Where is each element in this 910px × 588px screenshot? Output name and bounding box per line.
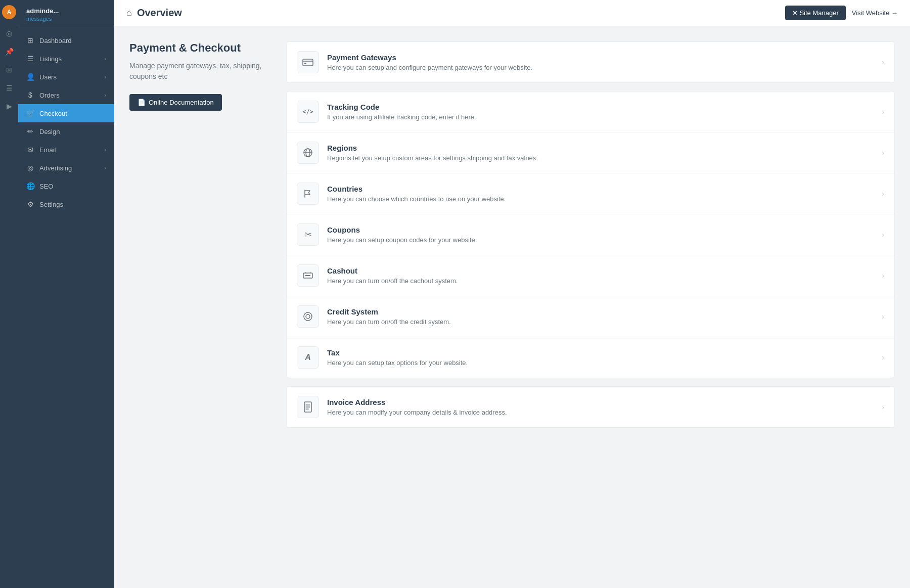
- nav-icon-5[interactable]: ▶: [7, 102, 12, 110]
- chevron-right-icon: ›: [105, 165, 106, 171]
- payment-gateways-title: Payment Gateways: [327, 53, 882, 62]
- sidebar-item-advertising[interactable]: ◎ Advertising ›: [18, 159, 114, 177]
- chevron-right-icon: ›: [882, 149, 884, 157]
- content-area: Payment & Checkout Manage payment gatewa…: [114, 26, 910, 588]
- sidebar-item-checkout[interactable]: 🛒 Checkout: [18, 104, 114, 122]
- sidebar-subtitle[interactable]: messages: [26, 16, 106, 22]
- payment-gateways-item[interactable]: Payment Gateways Here you can setup and …: [287, 42, 894, 82]
- sidebar-username: adminde...: [26, 7, 106, 15]
- chevron-right-icon: ›: [105, 74, 106, 80]
- svg-rect-0: [303, 59, 313, 66]
- sidebar-item-label: SEO: [39, 183, 53, 190]
- sidebar-item-email[interactable]: ✉ Email ›: [18, 141, 114, 159]
- coupons-item[interactable]: ✂ Coupons Here you can setup coupon code…: [287, 214, 894, 255]
- chevron-right-icon: ›: [105, 56, 106, 62]
- coupons-desc: Here you can setup coupon codes for your…: [327, 236, 882, 244]
- seo-icon: 🌐: [26, 182, 34, 190]
- code-icon: </>: [297, 101, 319, 123]
- svg-rect-1: [304, 63, 306, 64]
- email-icon: ✉: [26, 146, 34, 154]
- home-icon[interactable]: ⌂: [126, 8, 132, 18]
- countries-item[interactable]: Countries Here you can choose which coun…: [287, 173, 894, 214]
- advertising-icon: ◎: [26, 164, 34, 172]
- credit-system-item[interactable]: Credit System Here you can turn on/off t…: [287, 296, 894, 337]
- chevron-right-icon: ›: [882, 403, 884, 411]
- countries-text: Countries Here you can choose which coun…: [327, 185, 882, 203]
- settings-icon: ⚙: [26, 200, 34, 208]
- sidebar-item-label: Checkout: [39, 110, 67, 117]
- sidebar-item-dashboard[interactable]: ⊞ Dashboard: [18, 31, 114, 50]
- sidebar-item-label: Settings: [39, 201, 63, 208]
- checkout-options-card: </> Tracking Code If you are using affil…: [286, 91, 895, 378]
- credit-system-icon: [297, 305, 319, 328]
- page-title: Overview: [137, 7, 182, 19]
- regions-desc: Regions let you setup custom areas for s…: [327, 154, 882, 162]
- nav-icon-4[interactable]: ☰: [6, 84, 13, 92]
- sidebar-item-seo[interactable]: 🌐 SEO: [18, 177, 114, 195]
- cashout-item[interactable]: Cashout Here you can turn on/off the cac…: [287, 255, 894, 296]
- sidebar-header: adminde... messages: [18, 0, 114, 27]
- topbar-right: ✕ Site Manager Visit Website →: [785, 6, 898, 20]
- sidebar-item-label: Advertising: [39, 164, 72, 172]
- design-icon: ✏: [26, 127, 34, 135]
- nav-icon-2[interactable]: 📌: [5, 48, 14, 56]
- chevron-right-icon: ›: [882, 353, 884, 361]
- dashboard-icon: ⊞: [26, 36, 34, 44]
- regions-item[interactable]: Regions Regions let you setup custom are…: [287, 132, 894, 173]
- sidebar-item-settings[interactable]: ⚙ Settings: [18, 195, 114, 213]
- nav-icon-3[interactable]: ⊞: [6, 66, 12, 74]
- tracking-code-item[interactable]: </> Tracking Code If you are using affil…: [287, 92, 894, 132]
- credit-system-desc: Here you can turn on/off the credit syst…: [327, 318, 882, 326]
- tax-text: Tax Here you can setup tax options for y…: [327, 348, 882, 367]
- right-panel: Payment Gateways Here you can setup and …: [286, 41, 895, 573]
- coupons-title: Coupons: [327, 225, 882, 234]
- sidebar-item-label: Users: [39, 73, 57, 81]
- btn-docs-label: Online Documentation: [149, 99, 214, 106]
- checkout-icon: 🛒: [26, 109, 34, 117]
- sidebar-item-label: Design: [39, 128, 60, 135]
- document-icon: 📄: [138, 99, 146, 106]
- site-manager-button[interactable]: ✕ Site Manager: [785, 6, 846, 20]
- payment-gateways-text: Payment Gateways Here you can setup and …: [327, 53, 882, 71]
- cashout-title: Cashout: [327, 266, 882, 275]
- topbar: ⌂ Overview ✕ Site Manager Visit Website …: [114, 0, 910, 26]
- invoice-address-item[interactable]: Invoice Address Here you can modify your…: [287, 387, 894, 427]
- chevron-right-icon: ›: [105, 147, 106, 153]
- sidebar: adminde... messages ⊞ Dashboard ☰ Listin…: [18, 0, 114, 588]
- nav-icon-1[interactable]: ◎: [6, 29, 12, 37]
- invoice-address-title: Invoice Address: [327, 398, 882, 406]
- orders-icon: $: [26, 91, 34, 99]
- sidebar-item-users[interactable]: 👤 Users ›: [18, 68, 114, 86]
- payment-gateways-card: Payment Gateways Here you can setup and …: [286, 41, 895, 83]
- section-description: Manage payment gateways, tax, shipping, …: [129, 61, 271, 82]
- sidebar-item-label: Listings: [39, 55, 62, 63]
- chevron-right-icon: ›: [105, 93, 106, 98]
- countries-title: Countries: [327, 185, 882, 193]
- coupons-text: Coupons Here you can setup coupon codes …: [327, 225, 882, 244]
- cashout-icon: [297, 264, 319, 287]
- sidebar-item-label: Email: [39, 146, 56, 154]
- countries-desc: Here you can choose which countries to u…: [327, 195, 882, 203]
- credit-system-text: Credit System Here you can turn on/off t…: [327, 307, 882, 326]
- regions-title: Regions: [327, 144, 882, 152]
- chevron-right-icon: ›: [882, 108, 884, 116]
- sidebar-item-label: Orders: [39, 92, 60, 99]
- payment-gateways-desc: Here you can setup and configure payment…: [327, 64, 882, 71]
- chevron-right-icon: ›: [882, 312, 884, 321]
- scissors-icon: ✂: [297, 223, 319, 246]
- regions-text: Regions Regions let you setup custom are…: [327, 144, 882, 162]
- sidebar-item-orders[interactable]: $ Orders ›: [18, 86, 114, 104]
- sidebar-item-label: Dashboard: [39, 37, 72, 44]
- svg-rect-5: [305, 275, 310, 276]
- globe-icon: [297, 142, 319, 164]
- sidebar-item-design[interactable]: ✏ Design: [18, 122, 114, 141]
- chevron-right-icon: ›: [882, 272, 884, 280]
- avatar[interactable]: A: [2, 5, 16, 19]
- tax-item[interactable]: A Tax Here you can setup tax options for…: [287, 337, 894, 378]
- users-icon: 👤: [26, 73, 34, 81]
- invoice-icon: [297, 396, 319, 418]
- chevron-right-icon: ›: [882, 58, 884, 66]
- online-documentation-button[interactable]: 📄 Online Documentation: [129, 94, 222, 111]
- visit-website-button[interactable]: Visit Website →: [852, 9, 898, 17]
- sidebar-item-listings[interactable]: ☰ Listings ›: [18, 50, 114, 68]
